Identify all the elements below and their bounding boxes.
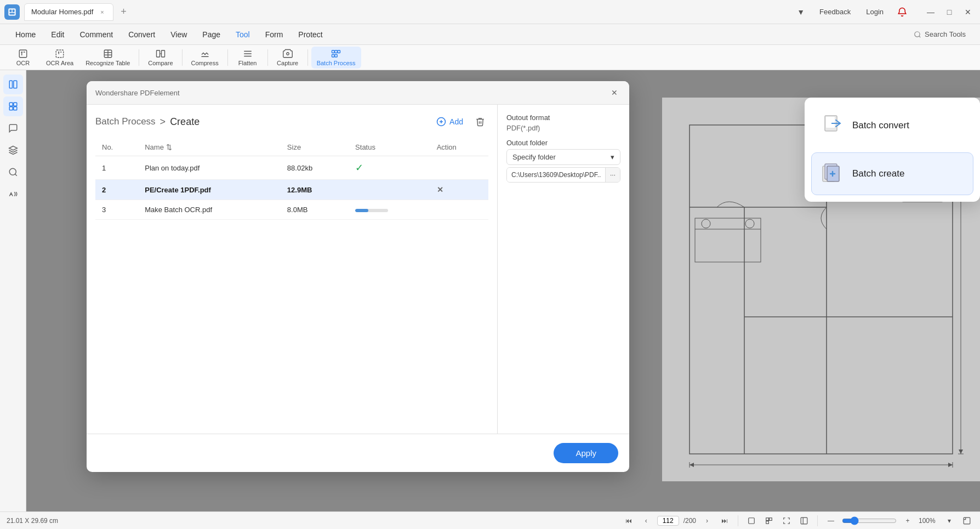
col-name[interactable]: Name ⇅ (138, 139, 281, 156)
svg-rect-19 (332, 54, 335, 57)
batch-convert-label: Batch convert (852, 120, 909, 131)
new-tab-button[interactable]: + (116, 4, 131, 20)
menu-form[interactable]: Form (259, 28, 290, 41)
menu-page[interactable]: Page (196, 28, 227, 41)
fit-page-button[interactable] (762, 514, 776, 527)
page-view-button[interactable] (745, 514, 758, 527)
capture-tool-label: Capture (277, 60, 298, 66)
compress-tool-label: Compress (191, 60, 219, 66)
full-screen-button[interactable] (797, 514, 811, 527)
row-action (430, 156, 488, 180)
folder-dropdown[interactable]: Specify folder ▾ (506, 149, 620, 165)
breadcrumb-parent[interactable]: Batch Process (95, 116, 156, 127)
svg-rect-17 (335, 50, 338, 53)
flatten-tool-button[interactable]: Flatten (231, 47, 264, 69)
row-close-icon[interactable]: ✕ (437, 185, 443, 194)
menu-protect[interactable]: Protect (292, 28, 329, 41)
row-action[interactable]: ✕ (430, 180, 488, 200)
prev-page-button[interactable]: ‹ (640, 514, 653, 527)
ellipsis-icon: ··· (610, 171, 616, 179)
window-controls: — □ ✕ (923, 4, 976, 20)
menu-comment[interactable]: Comment (73, 28, 119, 41)
folder-label: Outout folder (506, 139, 620, 147)
menu-convert[interactable]: Convert (122, 28, 162, 41)
svg-rect-23 (9, 103, 13, 106)
menu-edit[interactable]: Edit (44, 28, 71, 41)
recognize-table-tool-button[interactable]: Recognize Table (80, 47, 135, 69)
zoom-slider[interactable] (842, 516, 897, 525)
batch-process-tool-button[interactable]: Batch Process (311, 47, 361, 69)
batch-create-option[interactable]: Batch create (811, 152, 973, 195)
capture-tool-button[interactable]: Capture (271, 47, 304, 69)
minimize-button[interactable]: — (923, 4, 938, 20)
svg-point-15 (286, 52, 289, 55)
recognize-table-tool-label: Recognize Table (86, 60, 130, 66)
total-pages-label: /200 (683, 517, 696, 525)
svg-rect-18 (338, 50, 340, 53)
zoom-dropdown-button[interactable]: ▾ (943, 514, 956, 527)
fullscreen-toggle-button[interactable] (960, 514, 973, 527)
ocr-tool-button[interactable]: OCR (7, 47, 39, 69)
close-button[interactable]: ✕ (960, 4, 976, 20)
row-no: 2 (95, 180, 138, 200)
page-number-input[interactable] (657, 516, 679, 526)
maximize-button[interactable]: □ (942, 4, 957, 20)
svg-rect-68 (770, 517, 772, 520)
compare-tool-button[interactable]: Compare (143, 47, 178, 69)
content-area: Wondershare PDFelement ✕ Batch Process >… (0, 70, 980, 511)
folder-path-input[interactable] (507, 168, 605, 182)
toolbar-separator-3 (227, 49, 228, 66)
zoom-in-button[interactable]: + (901, 514, 914, 527)
menu-home[interactable]: Home (9, 28, 42, 41)
last-page-button[interactable]: ⏭ (718, 514, 731, 527)
fit-width-button[interactable] (780, 514, 793, 527)
compress-tool-button[interactable]: Compress (186, 47, 224, 69)
table-row[interactable]: 2 PE/Create 1PDF.pdf 12.9MB ✕ (95, 180, 488, 200)
col-action: Action (430, 139, 488, 156)
sidebar-thumbnail-icon[interactable] (3, 96, 23, 116)
delete-button[interactable] (472, 113, 488, 130)
active-tab[interactable]: Modular Homes.pdf × (24, 3, 113, 21)
ocr-area-tool-button[interactable]: OCR Area (41, 47, 79, 69)
svg-rect-66 (749, 517, 755, 524)
apply-button[interactable]: Apply (554, 443, 618, 463)
svg-rect-24 (13, 103, 16, 106)
menu-tool[interactable]: Tool (229, 28, 257, 41)
zoom-level-label: 100% (919, 517, 938, 525)
title-bar: Modular Homes.pdf × + ▼ Feedback Login —… (0, 0, 980, 24)
format-value: PDF(*.pdf) (506, 124, 620, 132)
add-files-button[interactable]: Add (432, 115, 468, 129)
breadcrumb-arrow: > (160, 116, 166, 128)
options-panel: Outout format PDF(*.pdf) Outout folder S… (498, 105, 629, 434)
sidebar-signature-icon[interactable] (3, 184, 23, 204)
menu-view[interactable]: View (164, 28, 193, 41)
tab-close-icon[interactable]: × (98, 8, 106, 16)
sidebar-layers-icon[interactable] (3, 140, 23, 160)
batch-create-label: Batch create (852, 168, 904, 179)
search-tools-label: Search Tools (925, 30, 966, 38)
sidebar-search-icon[interactable] (3, 162, 23, 182)
next-page-button[interactable]: › (700, 514, 714, 527)
svg-rect-3 (10, 13, 15, 14)
dropdown-arrow-icon[interactable]: ▼ (793, 4, 808, 20)
search-tools-button[interactable]: Search Tools (908, 28, 971, 41)
table-row[interactable]: 3 Make Batch OCR.pdf 8.0MB (95, 200, 488, 220)
modal-close-button[interactable]: ✕ (608, 87, 620, 99)
zoom-out-button[interactable]: — (824, 514, 837, 527)
svg-rect-12 (161, 50, 164, 57)
row-name: Make Batch OCR.pdf (138, 200, 281, 220)
sidebar-comments-icon[interactable] (3, 118, 23, 138)
table-row[interactable]: 1 Plan on today.pdf 88.02kb ✓ (95, 156, 488, 180)
row-size: 8.0MB (281, 200, 349, 220)
svg-rect-70 (801, 517, 807, 524)
progress-bar-fill (355, 209, 368, 212)
folder-browse-button[interactable]: ··· (605, 168, 620, 182)
login-button[interactable]: Login (862, 5, 888, 18)
svg-rect-14 (201, 56, 209, 57)
batch-convert-option[interactable]: Batch convert (811, 104, 973, 147)
sidebar-panel-toggle[interactable] (3, 75, 23, 94)
feedback-button[interactable]: Feedback (815, 5, 855, 18)
notifications-icon[interactable] (894, 4, 910, 20)
first-page-button[interactable]: ⏮ (622, 514, 635, 527)
row-action (430, 200, 488, 220)
